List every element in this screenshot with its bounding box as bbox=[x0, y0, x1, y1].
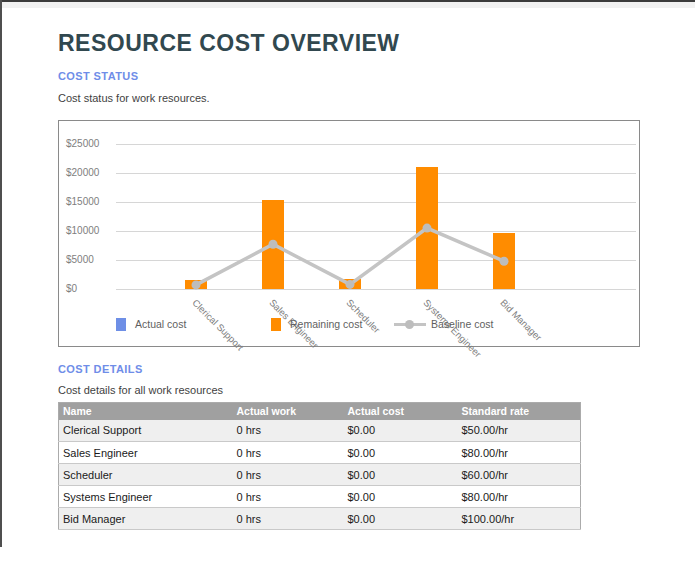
table-header-row: NameActual workActual costStandard rate bbox=[59, 403, 581, 420]
cost-status-description: Cost status for work resources. bbox=[58, 92, 210, 104]
table-row: Bid Manager0 hrs$0.00$100.00/hr bbox=[59, 508, 581, 530]
baseline-cost-line bbox=[59, 121, 639, 346]
window-top-strip bbox=[0, 2, 695, 8]
chart-plot: $25000$20000$15000$10000$5000$0Clerical … bbox=[59, 121, 639, 346]
cost-details-heading: COST DETAILS bbox=[58, 363, 143, 375]
legend-label: Baseline cost bbox=[431, 318, 493, 330]
cost-details-table[interactable]: NameActual workActual costStandard rate … bbox=[58, 402, 581, 530]
legend-swatch bbox=[271, 318, 281, 331]
page-title: RESOURCE COST OVERVIEW bbox=[58, 30, 400, 57]
line-marker bbox=[192, 280, 201, 289]
legend-swatch bbox=[116, 318, 126, 331]
table-cell: Bid Manager bbox=[59, 508, 233, 530]
table-cell: $0.00 bbox=[344, 464, 458, 486]
cost-details-description: Cost details for all work resources bbox=[58, 384, 223, 396]
table-cell: Clerical Support bbox=[59, 420, 233, 442]
table-cell: $50.00/hr bbox=[458, 420, 581, 442]
line-marker bbox=[346, 280, 355, 289]
table-cell: Scheduler bbox=[59, 464, 233, 486]
legend-item: Baseline cost bbox=[394, 317, 493, 331]
line-marker bbox=[269, 240, 278, 249]
table-row: Scheduler0 hrs$0.00$60.00/hr bbox=[59, 464, 581, 486]
table-header-cell: Standard rate bbox=[458, 403, 581, 420]
table-row: Systems Engineer0 hrs$0.00$80.00/hr bbox=[59, 486, 581, 508]
table-cell: $0.00 bbox=[344, 420, 458, 442]
table-cell: 0 hrs bbox=[233, 420, 344, 442]
table-cell: Sales Engineer bbox=[59, 442, 233, 464]
table-row: Sales Engineer0 hrs$0.00$80.00/hr bbox=[59, 442, 581, 464]
baseline-cost-legend-icon bbox=[394, 318, 426, 331]
legend-label: Remaining cost bbox=[290, 318, 362, 330]
table-body: Clerical Support0 hrs$0.00$50.00/hrSales… bbox=[59, 420, 581, 530]
cost-status-chart[interactable]: $25000$20000$15000$10000$5000$0Clerical … bbox=[58, 120, 640, 347]
table-cell: $0.00 bbox=[344, 486, 458, 508]
line-marker bbox=[423, 224, 432, 233]
table-header-cell: Actual work bbox=[233, 403, 344, 420]
table-row: Clerical Support0 hrs$0.00$50.00/hr bbox=[59, 420, 581, 442]
window-left-edge bbox=[0, 0, 2, 547]
line-marker bbox=[500, 257, 509, 266]
legend-label: Actual cost bbox=[135, 318, 186, 330]
table-cell: $0.00 bbox=[344, 508, 458, 530]
legend-item: Actual cost bbox=[116, 317, 186, 331]
table-cell: $80.00/hr bbox=[458, 442, 581, 464]
table-header-cell: Name bbox=[59, 403, 233, 420]
cost-status-heading: COST STATUS bbox=[58, 70, 138, 82]
table-cell: $100.00/hr bbox=[458, 508, 581, 530]
table-cell: 0 hrs bbox=[233, 442, 344, 464]
table-cell: Systems Engineer bbox=[59, 486, 233, 508]
table-header-cell: Actual cost bbox=[344, 403, 458, 420]
report-page: RESOURCE COST OVERVIEW COST STATUS Cost … bbox=[0, 0, 695, 564]
table-cell: $60.00/hr bbox=[458, 464, 581, 486]
table-cell: $80.00/hr bbox=[458, 486, 581, 508]
table-cell: $0.00 bbox=[344, 442, 458, 464]
table-cell: 0 hrs bbox=[233, 508, 344, 530]
table-cell: 0 hrs bbox=[233, 464, 344, 486]
table-cell: 0 hrs bbox=[233, 486, 344, 508]
legend-item: Remaining cost bbox=[271, 317, 362, 331]
